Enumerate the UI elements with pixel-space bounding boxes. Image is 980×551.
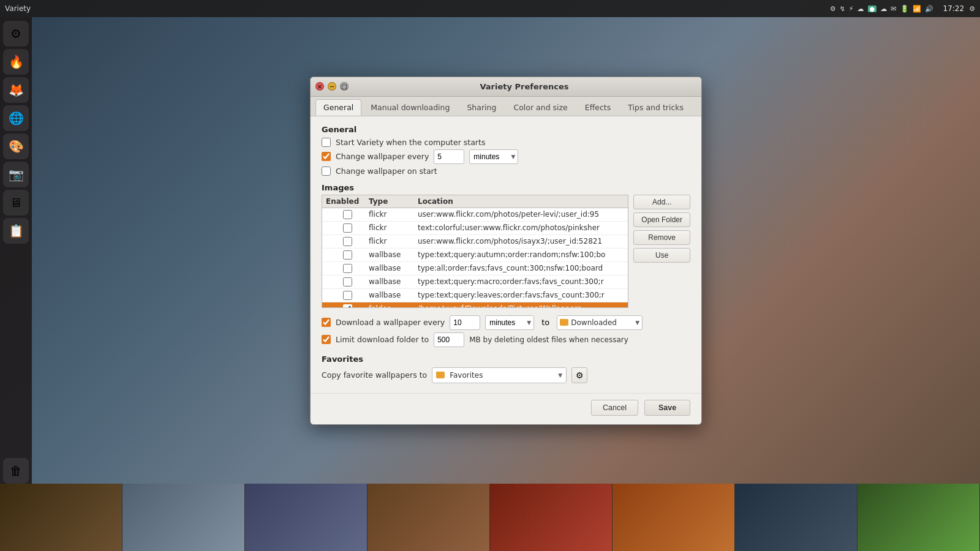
thumb-7[interactable] [858, 484, 980, 551]
row-location: type:text;query:macro;order:favs;favs_co… [418, 277, 624, 286]
sidebar-icon-1[interactable]: 🔥 [3, 49, 29, 75]
start-variety-checkbox[interactable] [322, 138, 331, 147]
col-location: Location [418, 197, 624, 206]
save-button[interactable]: Save [644, 400, 690, 416]
limit-download-checkbox[interactable] [322, 335, 331, 344]
close-button[interactable]: × [315, 82, 324, 91]
row-location: type:text;query:leaves;order:favs;favs_c… [418, 291, 624, 299]
sidebar-icon-4[interactable]: 🎨 [3, 133, 29, 159]
tab-color-and-size[interactable]: Color and size [505, 99, 575, 116]
row-type: folder [369, 304, 418, 308]
change-wallpaper-label[interactable]: Change wallpaper every [336, 152, 429, 161]
maximize-button[interactable]: □ [340, 82, 349, 91]
sidebar-icon-0[interactable]: ⚙ [3, 21, 29, 47]
sidebar-icon-6[interactable]: 🖥 [3, 190, 29, 216]
change-on-start-label[interactable]: Change wallpaper on start [336, 167, 437, 176]
thumb-0[interactable] [0, 484, 123, 551]
app-title-label: Variety [5, 4, 31, 13]
table-row[interactable]: flickr user:www.flickr.com/photos/isayx3… [322, 235, 628, 249]
row-checkbox[interactable] [343, 250, 352, 260]
download-wallpaper-label[interactable]: Download a wallpaper every [336, 318, 445, 327]
row-checkbox[interactable] [343, 237, 352, 246]
dialog-content: General Start Variety when the computer … [311, 116, 701, 391]
tab-manual-downloading[interactable]: Manual downloading [363, 99, 458, 116]
thumb-6[interactable] [735, 484, 858, 551]
tab-effects[interactable]: Effects [577, 99, 619, 116]
sidebar-left: ⚙ 🔥 🦊 🌐 🎨 📷 🖥 📋 🗑 [0, 17, 32, 484]
system-menu-icon[interactable]: ⚙ [969, 5, 975, 13]
download-wallpaper-checkbox[interactable] [322, 318, 331, 327]
table-row[interactable]: flickr text:colorful;user:www.flickr.com… [322, 222, 628, 235]
download-folder-label: Downloaded [571, 318, 633, 327]
row-checkbox[interactable] [343, 264, 352, 273]
row-checkbox[interactable] [343, 277, 352, 287]
change-wallpaper-interval-input[interactable] [434, 149, 464, 164]
download-interval-input[interactable] [450, 315, 480, 330]
row-enabled [326, 223, 369, 233]
open-folder-button[interactable]: Open Folder [633, 212, 690, 227]
thumb-4[interactable] [490, 484, 612, 551]
thumb-3[interactable] [368, 484, 490, 551]
row-type: wallbase [369, 250, 418, 259]
images-table-container: Enabled Type Location flickr user:www.fl… [322, 195, 628, 308]
sidebar-icon-3[interactable]: 🌐 [3, 105, 29, 131]
dialog-title: Variety Preferences [352, 82, 696, 91]
status-icons: ⚙ ↯ ⚡ ☁ ● ☁ ✉ 🔋 📶 🔊 [830, 5, 933, 13]
download-unit-select[interactable]: minutes hours days [485, 315, 534, 330]
table-row-selected[interactable]: folder /home/yusuf/Downloads/Pictures/Wa… [322, 302, 628, 308]
gear-button[interactable]: ⚙ [571, 367, 587, 383]
table-row[interactable]: wallbase type:all;order:favs;favs_count:… [322, 262, 628, 276]
chevron-down-icon: ▼ [635, 320, 639, 326]
images-table: Enabled Type Location flickr user:www.fl… [322, 195, 628, 308]
row-enabled [326, 304, 369, 308]
change-wallpaper-unit-select[interactable]: minutes hours days [469, 149, 518, 164]
use-button[interactable]: Use [633, 248, 690, 263]
dialog-titlebar: × − □ Variety Preferences [311, 77, 701, 97]
chevron-down-icon: ▼ [558, 372, 562, 378]
row-checkbox[interactable] [343, 304, 352, 308]
change-wallpaper-checkbox[interactable] [322, 152, 331, 161]
copy-favorites-label: Copy favorite wallpapers to [322, 370, 427, 380]
row-checkbox[interactable] [343, 223, 352, 233]
taskbar-right: ⚙ ↯ ⚡ ☁ ● ☁ ✉ 🔋 📶 🔊 17:22 ⚙ [830, 4, 975, 13]
images-layout: Enabled Type Location flickr user:www.fl… [322, 195, 690, 308]
sidebar-icon-7[interactable]: 📋 [3, 218, 29, 244]
side-buttons: Add... Open Folder Remove Use [633, 195, 690, 263]
favorites-dropdown[interactable]: Favorites ▼ [432, 367, 567, 383]
row-type: flickr [369, 237, 418, 246]
download-folder-dropdown[interactable]: Downloaded ▼ [557, 315, 643, 330]
row-checkbox[interactable] [343, 291, 352, 300]
sidebar-icon-2[interactable]: 🦊 [3, 77, 29, 103]
table-row[interactable]: wallbase type:text;query:leaves;order:fa… [322, 289, 628, 302]
tab-sharing[interactable]: Sharing [459, 99, 504, 116]
tab-general[interactable]: General [315, 99, 361, 116]
clock: 17:22 [943, 4, 965, 13]
change-on-start-row: Change wallpaper on start [322, 165, 690, 177]
tab-tips-and-tricks[interactable]: Tips and tricks [620, 99, 692, 116]
minimize-button[interactable]: − [328, 82, 336, 91]
limit-download-label[interactable]: Limit download folder to [336, 335, 429, 344]
row-checkbox[interactable] [343, 210, 352, 219]
change-on-start-checkbox[interactable] [322, 167, 331, 176]
remove-button[interactable]: Remove [633, 230, 690, 245]
table-header: Enabled Type Location [322, 195, 628, 208]
table-row[interactable]: wallbase type:text;query:macro;order:fav… [322, 276, 628, 289]
sidebar-icon-5[interactable]: 📷 [3, 162, 29, 187]
thumb-2[interactable] [245, 484, 368, 551]
sidebar-icon-trash[interactable]: 🗑 [3, 458, 29, 484]
taskbar-top: Variety ⚙ ↯ ⚡ ☁ ● ☁ ✉ 🔋 📶 🔊 17:22 ⚙ [0, 0, 980, 17]
folder-icon [436, 372, 445, 378]
row-location: type:all;order:favs;favs_count:300;nsfw:… [418, 264, 624, 272]
table-row[interactable]: wallbase type:text;query:autumn;order:ra… [322, 249, 628, 262]
row-location: text:colorful;user:www.flickr.com/photos… [418, 223, 624, 232]
download-unit-wrapper: minutes hours days ▼ [485, 315, 534, 330]
row-enabled [326, 210, 369, 219]
table-row[interactable]: flickr user:www.flickr.com/photos/peter-… [322, 208, 628, 222]
limit-size-input[interactable] [434, 332, 464, 347]
thumb-5[interactable] [612, 484, 735, 551]
start-variety-label[interactable]: Start Variety when the computer starts [336, 138, 485, 147]
tab-bar: General Manual downloading Sharing Color… [311, 97, 701, 116]
cancel-button[interactable]: Cancel [591, 400, 638, 416]
add-button[interactable]: Add... [633, 195, 690, 209]
thumb-1[interactable] [123, 484, 245, 551]
